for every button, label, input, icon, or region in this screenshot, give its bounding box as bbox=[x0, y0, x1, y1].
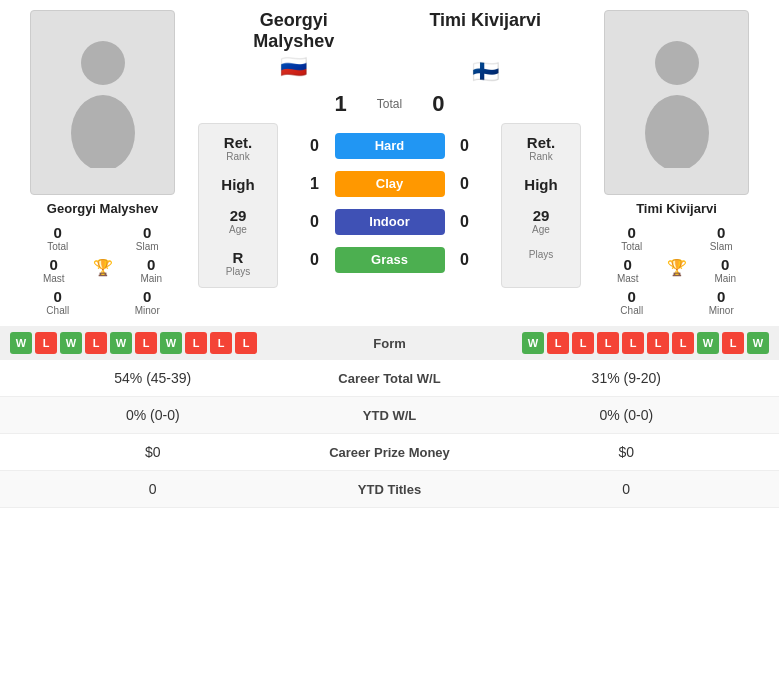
right-slam-stat: 0 Slam bbox=[683, 224, 761, 252]
surfaces-column: 0 Hard 0 1 Clay 0 0 bbox=[286, 123, 493, 288]
left-age-block: 29 Age bbox=[229, 207, 247, 235]
right-main-label: Main bbox=[714, 273, 736, 284]
grass-score-left: 0 bbox=[305, 251, 325, 269]
right-info-box: Ret. Rank High 29 Age Plays bbox=[501, 123, 581, 288]
form-badge-left: W bbox=[10, 332, 32, 354]
player-left-column: Georgyi Malyshev 0 Total 0 Slam 0 Mast 🏆 bbox=[15, 10, 190, 316]
indoor-badge: Indoor bbox=[335, 209, 445, 235]
right-minor-label: Minor bbox=[709, 305, 734, 316]
stats-right-value: 0% (0-0) bbox=[490, 407, 764, 423]
clay-badge: Clay bbox=[335, 171, 445, 197]
indoor-row: 0 Indoor 0 bbox=[286, 209, 493, 235]
form-badge-left: W bbox=[60, 332, 82, 354]
right-plays-label: Plays bbox=[529, 249, 553, 260]
hard-score-left: 0 bbox=[305, 137, 325, 155]
left-plays-value: R bbox=[233, 249, 244, 266]
right-center-name: Timi Kivijarvi bbox=[429, 10, 541, 31]
stats-center-label: Career Prize Money bbox=[290, 445, 490, 460]
form-section: WLWLWLWLLL Form WLLLLLLWLW bbox=[0, 326, 779, 360]
left-total-stat: 0 Total bbox=[19, 224, 97, 252]
left-main-label: Main bbox=[140, 273, 162, 284]
left-rank-block: Ret. Rank bbox=[224, 134, 252, 162]
form-badge-left: L bbox=[235, 332, 257, 354]
right-mast-label: Mast bbox=[617, 273, 639, 284]
stats-center-label: YTD W/L bbox=[290, 408, 490, 423]
left-player-avatar bbox=[30, 10, 175, 195]
left-trophy-icon: 🏆 bbox=[93, 258, 113, 277]
right-player-avatar bbox=[604, 10, 749, 195]
stats-left-value: 0 bbox=[16, 481, 290, 497]
form-badge-right: L bbox=[647, 332, 669, 354]
grass-score-right: 0 bbox=[455, 251, 475, 269]
svg-point-2 bbox=[655, 41, 699, 85]
left-form-badges: WLWLWLWLLL bbox=[10, 332, 257, 354]
stats-table: 54% (45-39)Career Total W/L31% (9-20)0% … bbox=[0, 360, 779, 508]
right-high-block: High bbox=[524, 176, 557, 193]
clay-label: Clay bbox=[376, 176, 403, 191]
form-badge-left: W bbox=[160, 332, 182, 354]
grass-row: 0 Grass 0 bbox=[286, 247, 493, 273]
form-badge-right: L bbox=[597, 332, 619, 354]
left-rank-value: Ret. bbox=[224, 134, 252, 151]
stats-right-value: 0 bbox=[490, 481, 764, 497]
right-rank-block: Ret. Rank bbox=[527, 134, 555, 162]
right-age-block: 29 Age bbox=[532, 207, 550, 235]
right-player-name: Timi Kivijarvi bbox=[636, 201, 717, 216]
form-badge-right: L bbox=[722, 332, 744, 354]
right-total-stat: 0 Total bbox=[593, 224, 671, 252]
left-mast-label: Mast bbox=[43, 273, 65, 284]
right-slam-value: 0 bbox=[717, 224, 725, 241]
center-column: Georgyi Malyshev 🇷🇺 Timi Kivijarvi 🇫🇮 1 … bbox=[190, 10, 589, 288]
form-badge-left: L bbox=[210, 332, 232, 354]
hard-row: 0 Hard 0 bbox=[286, 133, 493, 159]
form-badge-right: W bbox=[697, 332, 719, 354]
svg-point-1 bbox=[71, 95, 135, 168]
total-label: Total bbox=[377, 97, 402, 111]
right-form-badges: WLLLLLLWLW bbox=[522, 332, 769, 354]
right-trophy-icon: 🏆 bbox=[667, 258, 687, 277]
hard-badge: Hard bbox=[335, 133, 445, 159]
stats-row: 54% (45-39)Career Total W/L31% (9-20) bbox=[0, 360, 779, 397]
total-score-row: 1 Total 0 bbox=[335, 91, 445, 117]
right-minor-stat: 0 Minor bbox=[683, 288, 761, 316]
svg-point-3 bbox=[645, 95, 709, 168]
right-chall-stat: 0 Chall bbox=[593, 288, 671, 316]
form-badge-right: W bbox=[522, 332, 544, 354]
left-minor-stat: 0 Minor bbox=[109, 288, 187, 316]
grass-badge: Grass bbox=[335, 247, 445, 273]
svg-point-0 bbox=[81, 41, 125, 85]
right-plays-block: Plays bbox=[529, 249, 553, 260]
left-total-label: Total bbox=[47, 241, 68, 252]
indoor-score-left: 0 bbox=[305, 213, 325, 231]
form-badge-right: L bbox=[672, 332, 694, 354]
main-container: Georgyi Malyshev 0 Total 0 Slam 0 Mast 🏆 bbox=[0, 0, 779, 508]
right-name-block: Timi Kivijarvi 🇫🇮 bbox=[390, 10, 582, 85]
left-age-value: 29 bbox=[230, 207, 247, 224]
stats-right-value: $0 bbox=[490, 444, 764, 460]
left-name-block: Georgyi Malyshev 🇷🇺 bbox=[198, 10, 390, 85]
stats-row: 0YTD Titles0 bbox=[0, 471, 779, 508]
left-bottom-stats: 0 Chall 0 Minor bbox=[15, 288, 190, 316]
stats-right-value: 31% (9-20) bbox=[490, 370, 764, 386]
left-minor-label: Minor bbox=[135, 305, 160, 316]
grass-label: Grass bbox=[371, 252, 408, 267]
form-badge-right: L bbox=[622, 332, 644, 354]
left-mast-stat: 0 Mast bbox=[19, 256, 89, 284]
form-badge-right: L bbox=[547, 332, 569, 354]
right-total-label: Total bbox=[621, 241, 642, 252]
form-badge-right: W bbox=[747, 332, 769, 354]
total-score-left: 1 bbox=[335, 91, 347, 117]
right-chall-value: 0 bbox=[628, 288, 636, 305]
form-badge-left: L bbox=[85, 332, 107, 354]
total-score-right: 0 bbox=[432, 91, 444, 117]
left-slam-value: 0 bbox=[143, 224, 151, 241]
left-stat-row3: 0 Mast 🏆 0 Main bbox=[15, 256, 190, 284]
right-mast-stat: 0 Mast bbox=[593, 256, 663, 284]
stats-center-label: Career Total W/L bbox=[290, 371, 490, 386]
clay-row: 1 Clay 0 bbox=[286, 171, 493, 197]
stats-left-value: 0% (0-0) bbox=[16, 407, 290, 423]
form-label: Form bbox=[373, 336, 406, 351]
right-trophy: 🏆 bbox=[667, 256, 687, 284]
right-slam-label: Slam bbox=[710, 241, 733, 252]
stats-left-value: $0 bbox=[16, 444, 290, 460]
